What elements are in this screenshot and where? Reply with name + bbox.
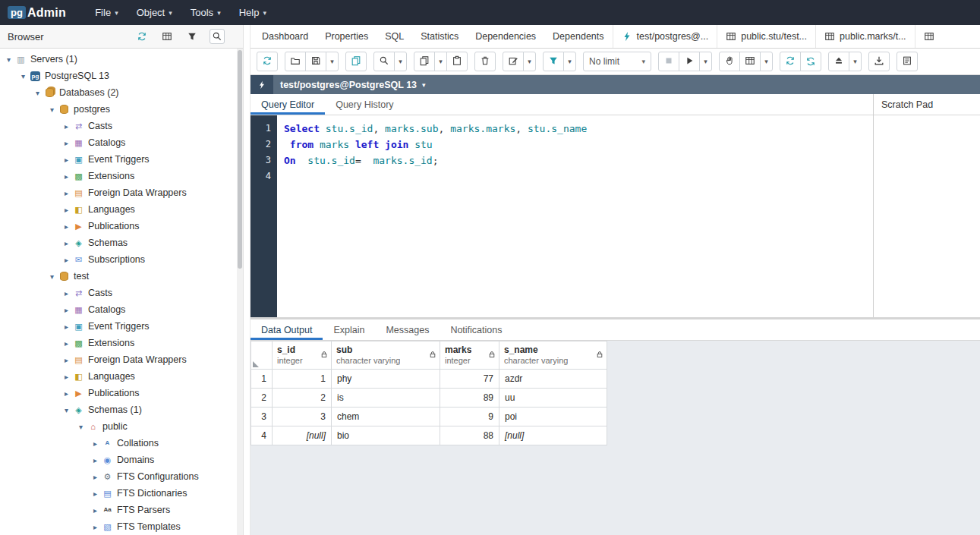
find-button[interactable] xyxy=(373,52,395,71)
sql-code[interactable]: Select stu.s_id, marks.sub, marks.marks,… xyxy=(277,115,873,317)
edit-button[interactable] xyxy=(503,52,524,71)
refresh-icon[interactable] xyxy=(134,29,150,44)
caret-right-icon[interactable]: ▸ xyxy=(61,256,72,264)
connections-button[interactable] xyxy=(257,52,278,71)
connection-bar[interactable]: test/postgres@PostgreSQL 13 ▾ xyxy=(251,75,980,94)
caret-right-icon[interactable]: ▸ xyxy=(90,473,101,481)
search-icon[interactable] xyxy=(210,29,225,44)
tree-item-publications[interactable]: ▸▶Publications xyxy=(0,218,237,234)
tree-item-domains[interactable]: ▸◉Domains xyxy=(0,452,237,468)
column-header-s-id[interactable]: s_idinteger xyxy=(273,341,332,370)
caret-right-icon[interactable]: ▸ xyxy=(61,239,72,247)
tree-item-languages[interactable]: ▸◧Languages xyxy=(0,201,237,218)
view-data-button[interactable] xyxy=(739,52,761,71)
caret-down-icon[interactable]: ▾ xyxy=(3,55,14,64)
caret-right-icon[interactable]: ▸ xyxy=(90,489,101,498)
execute-button-dropdown[interactable]: ▾ xyxy=(699,52,712,71)
menu-object[interactable]: Object▾ xyxy=(128,0,181,25)
caret-right-icon[interactable]: ▸ xyxy=(61,189,72,197)
tab-dependencies[interactable]: Dependencies xyxy=(467,25,544,48)
execute-options-button[interactable] xyxy=(828,52,849,71)
save-button-dropdown[interactable]: ▾ xyxy=(326,52,339,71)
tree-item-postgresql-13[interactable]: ▾pgPostgreSQL 13 xyxy=(0,68,237,84)
caret-right-icon[interactable]: ▸ xyxy=(90,456,101,464)
tree-item-catalogs[interactable]: ▸▦Catalogs xyxy=(0,134,237,151)
cell-s-name[interactable]: azdr xyxy=(499,370,607,389)
cell-marks[interactable]: 77 xyxy=(440,370,499,389)
open-file-button[interactable] xyxy=(285,52,306,71)
tab-data-output[interactable]: Data Output xyxy=(251,319,323,340)
caret-right-icon[interactable]: ▸ xyxy=(61,222,72,231)
scratch-pad-input[interactable] xyxy=(874,115,980,317)
caret-right-icon[interactable]: ▸ xyxy=(61,306,72,314)
tree-item-casts[interactable]: ▸⇄Casts xyxy=(0,118,237,134)
tree-item-event-triggers[interactable]: ▸▣Event Triggers xyxy=(0,151,237,168)
cell-marks[interactable]: 89 xyxy=(440,389,499,408)
execute-button[interactable] xyxy=(679,52,700,71)
caret-right-icon[interactable]: ▸ xyxy=(61,156,72,164)
tab-messages[interactable]: Messages xyxy=(375,319,440,340)
cancel-query-button[interactable] xyxy=(658,52,679,71)
tree-item-casts[interactable]: ▸⇄Casts xyxy=(0,285,237,301)
row-number[interactable]: 2 xyxy=(251,389,273,408)
row-number[interactable]: 3 xyxy=(251,408,273,426)
caret-right-icon[interactable]: ▸ xyxy=(61,289,72,297)
tree-item-languages[interactable]: ▸◧Languages xyxy=(0,368,237,385)
tree-item-extensions[interactable]: ▸▩Extensions xyxy=(0,335,237,351)
tree-item-fts-templates[interactable]: ▸▧FTS Templates xyxy=(0,518,237,535)
tab-public-stu-test[interactable]: public.stu/test... xyxy=(717,25,815,48)
execute-options-button-dropdown[interactable]: ▾ xyxy=(849,52,862,71)
menu-tools[interactable]: Tools▾ xyxy=(181,0,230,25)
tree-item-catalogs[interactable]: ▸▦Catalogs xyxy=(0,301,237,318)
filter-icon[interactable] xyxy=(184,29,200,44)
filter-button-dropdown[interactable]: ▾ xyxy=(563,52,576,71)
tree-item-test[interactable]: ▾test xyxy=(0,268,237,285)
edit-button-dropdown[interactable]: ▾ xyxy=(523,52,536,71)
macros-button[interactable] xyxy=(896,52,918,71)
cell-sub[interactable]: bio xyxy=(332,426,440,445)
limit-select[interactable]: No limit▾ xyxy=(583,52,651,71)
rollback-button[interactable] xyxy=(800,52,821,71)
cell-s-name[interactable]: poi xyxy=(499,408,607,426)
tree-item-schemas-1[interactable]: ▾◈Schemas (1) xyxy=(0,401,237,418)
cell-s-name[interactable]: uu xyxy=(499,389,607,408)
tab-public-marks-t[interactable]: public.marks/t... xyxy=(815,25,915,48)
caret-down-icon[interactable]: ▾ xyxy=(75,423,87,431)
select-all-corner[interactable] xyxy=(251,341,273,370)
tab-query-history[interactable]: Query History xyxy=(325,94,404,115)
tab-notifications[interactable]: Notifications xyxy=(440,319,512,340)
tree-item-extensions[interactable]: ▸▩Extensions xyxy=(0,168,237,184)
save-button[interactable] xyxy=(305,52,326,71)
tab-statistics[interactable]: Statistics xyxy=(412,25,467,48)
tab-dashboard[interactable]: Dashboard xyxy=(254,25,317,48)
save-results-button[interactable] xyxy=(868,52,890,71)
tab-properties[interactable]: Properties xyxy=(317,25,377,48)
cell-marks[interactable]: 9 xyxy=(440,408,499,426)
copy-script-button[interactable] xyxy=(345,52,367,71)
caret-right-icon[interactable]: ▸ xyxy=(61,356,72,364)
commit-button[interactable] xyxy=(780,52,801,71)
cell-sub[interactable]: chem xyxy=(332,408,440,426)
tree-item-servers-1[interactable]: ▾▥Servers (1) xyxy=(0,51,237,68)
menu-help[interactable]: Help▾ xyxy=(230,0,276,25)
cell-s-name[interactable]: [null] xyxy=(499,426,607,445)
caret-right-icon[interactable]: ▸ xyxy=(61,139,72,147)
caret-right-icon[interactable]: ▸ xyxy=(90,439,101,448)
find-button-dropdown[interactable]: ▾ xyxy=(394,52,407,71)
tab-explain[interactable]: Explain xyxy=(323,319,375,340)
caret-down-icon[interactable]: ▾ xyxy=(46,105,58,114)
tree-item-fts-configurations[interactable]: ▸⚙FTS Configurations xyxy=(0,468,237,485)
caret-right-icon[interactable]: ▸ xyxy=(90,523,101,531)
caret-right-icon[interactable]: ▸ xyxy=(61,339,72,348)
cell-s-id[interactable]: 2 xyxy=(273,389,332,408)
sql-editor[interactable]: 1234 Select stu.s_id, marks.sub, marks.m… xyxy=(251,115,873,317)
caret-right-icon[interactable]: ▸ xyxy=(61,122,72,131)
caret-down-icon[interactable]: ▾ xyxy=(17,72,29,80)
tree-item-public[interactable]: ▾⌂public xyxy=(0,418,237,435)
tree-item-schemas[interactable]: ▸◈Schemas xyxy=(0,234,237,251)
column-header-sub[interactable]: subcharacter varying xyxy=(332,341,440,370)
caret-down-icon[interactable]: ▾ xyxy=(32,89,43,97)
tab-dependents[interactable]: Dependents xyxy=(544,25,612,48)
cell-marks[interactable]: 88 xyxy=(440,426,499,445)
cell-s-id[interactable]: 1 xyxy=(273,370,332,389)
